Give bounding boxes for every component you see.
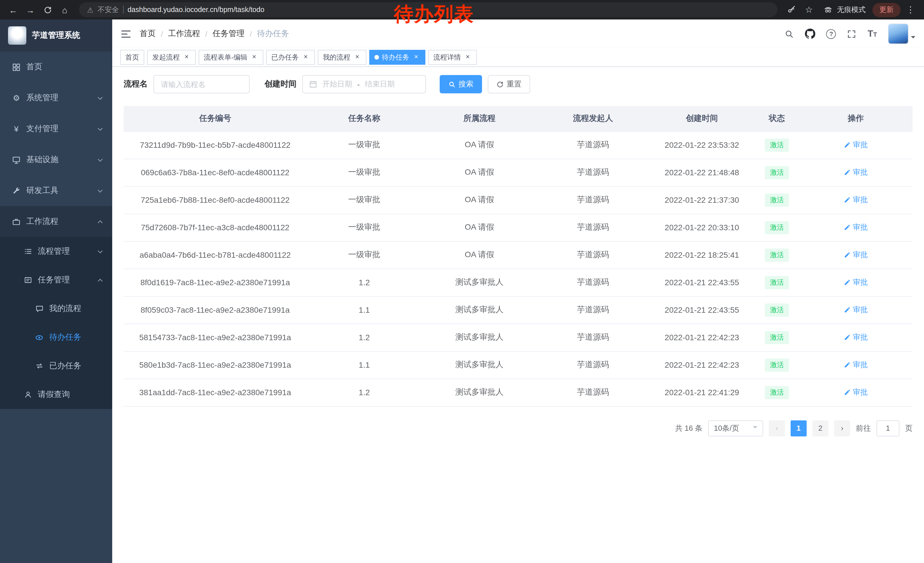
col-status: 状态 <box>755 106 799 131</box>
sidebar-item-label: 研发工具 <box>26 186 93 196</box>
close-icon[interactable]: × <box>353 53 361 61</box>
table-row: 725a1eb6-7b88-11ec-8ef0-acde48001122 一级审… <box>124 186 912 214</box>
caret-down-icon <box>753 426 758 431</box>
sidebar-collapse-icon[interactable] <box>121 30 131 38</box>
sidebar-item-task-management[interactable]: 任务管理 <box>0 266 112 294</box>
help-icon[interactable]: ? <box>826 29 836 39</box>
sidebar-item-system[interactable]: ⚙ 系统管理 <box>0 83 112 113</box>
bookmark-star-icon[interactable]: ☆ <box>801 2 816 17</box>
prev-page-button[interactable]: ‹ <box>769 420 785 436</box>
range-separator: - <box>357 80 360 89</box>
calendar-icon <box>309 80 317 88</box>
reset-button[interactable]: 重置 <box>488 75 530 93</box>
chevron-down-icon <box>98 248 103 253</box>
goto-label: 前往 <box>856 423 871 433</box>
approve-button[interactable]: 审批 <box>844 332 868 342</box>
chevron-down-icon <box>98 95 103 100</box>
breadcrumb-workflow[interactable]: 工作流程 <box>168 29 200 39</box>
workflow-submenu: 流程管理 任务管理 我的流程 <box>0 237 112 409</box>
approve-button[interactable]: 审批 <box>844 167 868 177</box>
table-row: 069c6a63-7b8a-11ec-8ef0-acde48001122 一级审… <box>124 159 912 186</box>
update-button[interactable]: 更新 <box>873 3 900 17</box>
status-badge: 激活 <box>765 358 789 371</box>
back-icon[interactable]: ← <box>6 2 21 17</box>
user-menu[interactable] <box>888 24 915 44</box>
close-icon[interactable]: × <box>250 53 258 61</box>
sidebar-item-leave-query[interactable]: 请假查询 <box>0 380 112 409</box>
font-size-icon[interactable]: TT <box>868 29 877 39</box>
approve-button[interactable]: 审批 <box>844 387 868 398</box>
briefcase-icon <box>12 217 21 226</box>
tab-home[interactable]: 首页 <box>120 50 144 65</box>
address-bar[interactable]: ⚠ 不安全 dashboard.yudao.iocoder.cn/bpm/tas… <box>79 2 777 17</box>
tab-start-process[interactable]: 发起流程 × <box>147 50 196 65</box>
tab-done-tasks[interactable]: 已办任务 × <box>266 50 315 65</box>
process-name-input[interactable] <box>153 75 250 93</box>
close-icon[interactable]: × <box>412 53 420 61</box>
page-button-1[interactable]: 1 <box>790 420 807 436</box>
clipboard-icon <box>23 276 33 284</box>
close-icon[interactable]: × <box>302 53 310 61</box>
tab-form-edit[interactable]: 流程表单-编辑 × <box>199 50 263 65</box>
approve-button[interactable]: 审批 <box>844 222 868 233</box>
approve-button[interactable]: 审批 <box>844 250 868 260</box>
date-range-picker[interactable]: 开始日期 - 结束日期 <box>302 75 426 93</box>
breadcrumb-home[interactable]: 首页 <box>140 29 156 39</box>
task-name: 1.1 <box>307 296 422 324</box>
col-process: 所属流程 <box>422 106 537 131</box>
reload-icon[interactable] <box>40 2 55 17</box>
approve-button[interactable]: 审批 <box>844 277 868 288</box>
tab-todo-tasks[interactable]: 待办任务 × <box>369 50 425 65</box>
browser-menu-icon[interactable]: ⋮ <box>903 5 918 15</box>
close-icon[interactable]: × <box>183 53 190 61</box>
password-key-icon[interactable] <box>784 2 799 17</box>
search-button[interactable]: 搜索 <box>440 75 482 93</box>
fullscreen-icon[interactable] <box>847 29 857 39</box>
task-id: 069c6a63-7b8a-11ec-8ef0-acde48001122 <box>124 159 307 186</box>
github-icon[interactable] <box>805 29 816 39</box>
task-time: 2022-01-21 22:43:55 <box>649 269 754 296</box>
search-icon[interactable] <box>784 29 794 39</box>
pencil-icon <box>844 334 851 341</box>
search-icon <box>448 81 456 88</box>
breadcrumb: 首页 / 工作流程 / 任务管理 / 待办任务 <box>140 29 289 39</box>
col-actions: 操作 <box>799 106 912 131</box>
chevron-down-icon <box>98 157 103 162</box>
task-id: 580e1b3d-7ac8-11ec-a9e2-a2380e71991a <box>124 351 307 378</box>
approve-button[interactable]: 审批 <box>844 360 868 370</box>
sidebar-item-done-tasks[interactable]: 已办任务 <box>0 352 112 380</box>
approve-button[interactable]: 审批 <box>844 195 868 205</box>
refresh-icon <box>496 81 504 88</box>
approve-button[interactable]: 审批 <box>844 305 868 315</box>
sidebar-item-my-process[interactable]: 我的流程 <box>0 294 112 323</box>
next-page-button[interactable]: › <box>834 420 850 436</box>
approve-button[interactable]: 审批 <box>844 140 868 150</box>
task-time: 2022-01-22 21:48:48 <box>649 159 754 186</box>
sidebar-item-todo-tasks[interactable]: 待办任务 <box>0 323 112 352</box>
sidebar-item-label: 首页 <box>26 62 102 72</box>
page-button-2[interactable]: 2 <box>812 420 828 436</box>
forward-icon[interactable]: → <box>23 2 38 17</box>
tab-my-process[interactable]: 我的流程 × <box>318 50 366 65</box>
sidebar-item-payment[interactable]: ¥ 支付管理 <box>0 113 112 144</box>
goto-page-input[interactable] <box>876 420 899 436</box>
sidebar-item-infrastructure[interactable]: 基础设施 <box>0 144 112 175</box>
tab-process-detail[interactable]: 流程详情 × <box>428 50 477 65</box>
page-size-select[interactable]: 10条/页 <box>708 420 763 436</box>
table-row: 381aa1dd-7ac8-11ec-a9e2-a2380e71991a 1.2… <box>124 378 912 406</box>
home-icon[interactable]: ⌂ <box>57 2 72 17</box>
avatar[interactable] <box>888 24 909 44</box>
sidebar-item-label: 流程管理 <box>38 246 93 257</box>
sidebar-item-process-management[interactable]: 流程管理 <box>0 237 112 266</box>
task-time: 2022-01-22 21:37:30 <box>649 186 754 214</box>
sidebar-item-home[interactable]: 首页 <box>0 51 112 83</box>
table-row: 75d72608-7b7f-11ec-a3c8-acde48001122 一级审… <box>124 214 912 241</box>
task-time: 2022-01-21 22:43:55 <box>649 296 754 324</box>
status-badge: 激活 <box>765 248 789 261</box>
sidebar-item-devtools[interactable]: 研发工具 <box>0 175 112 206</box>
close-icon[interactable]: × <box>464 53 472 61</box>
pencil-icon <box>844 306 851 313</box>
breadcrumb-task-management[interactable]: 任务管理 <box>213 29 245 39</box>
sidebar-item-label: 支付管理 <box>26 124 93 134</box>
sidebar-item-workflow[interactable]: 工作流程 <box>0 206 112 237</box>
